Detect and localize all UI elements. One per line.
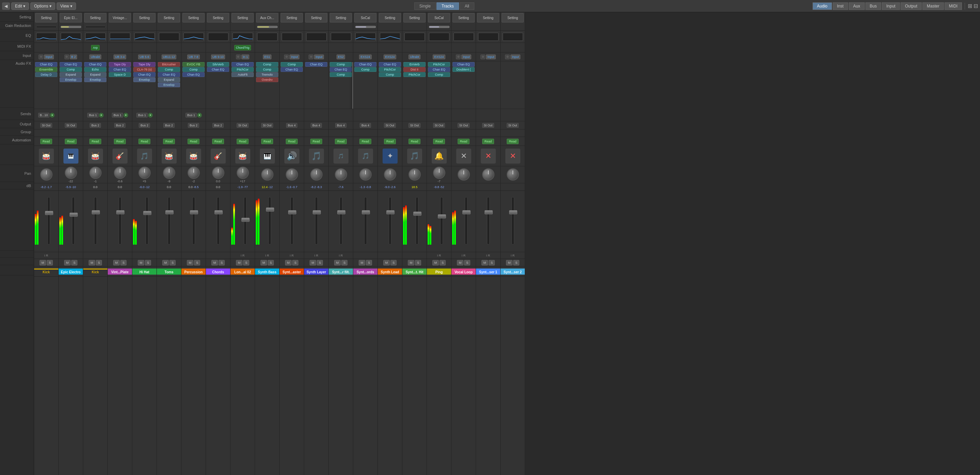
ch10-output[interactable]: St Out [255,121,279,129]
ch13-eq[interactable] [329,31,353,43]
back-button[interactable]: ◀ [2,2,10,10]
ch8-pan[interactable]: 0.0 [206,166,230,183]
ch10-input[interactable]: ES1 [255,52,279,61]
ch11-eq[interactable] [280,31,304,43]
ch10-pan[interactable] [255,166,279,183]
ch4-eq[interactable] [108,31,132,43]
ch5-input[interactable]: UB 5-6 [132,52,156,61]
ch18-auto[interactable]: Read [452,137,476,146]
ch20-eq[interactable] [501,31,525,43]
ch3-auto[interactable]: Read [83,137,107,146]
ch9-fader[interactable] [231,191,255,252]
ch14-fader[interactable] [353,191,377,252]
ch15-fader[interactable] [378,191,402,252]
aux-tab[interactable]: Aux [849,2,865,10]
audio-tab[interactable]: Audio [813,2,832,10]
ch14-output[interactable]: Bus 4 [353,121,377,129]
ch1-pan[interactable] [34,166,58,183]
ch17-output[interactable]: St Out [427,121,451,129]
ch10-auto[interactable]: Read [255,137,279,146]
ch4-fader[interactable] [108,191,132,252]
all-mode-btn[interactable]: All [460,2,474,10]
grid-icon-2[interactable]: ⊟ [974,3,978,9]
ch13-pan[interactable] [329,166,353,183]
ch11-ms[interactable]: MS [280,259,304,267]
ch10-ms[interactable]: MS [255,259,279,267]
ch11-input[interactable]: ⊙ Input [280,52,304,61]
ch9-pan[interactable]: +17 [231,166,255,183]
ch4-setting[interactable]: Vintage... [109,13,131,22]
ch14-input[interactable]: EXS24 [353,52,377,61]
ch7-fader[interactable] [181,191,205,252]
ch19-setting[interactable]: Setting [477,13,499,22]
ch2-input[interactable]: ⊙ B 2 [59,52,83,61]
ch14-auto[interactable]: Read [353,137,377,146]
ch16-input[interactable]: Ultrabt [402,52,426,61]
ch6-eq[interactable] [157,31,181,43]
ch3-pan[interactable]: -1 [83,166,107,183]
ch5-pan[interactable]: +5 [132,166,156,183]
ch2-ms[interactable]: MS [59,259,83,267]
ch12-output[interactable]: Bus 4 [304,121,328,129]
ch2-pan[interactable]: -22 [59,166,83,183]
ch6-pan[interactable]: -9 [157,166,181,183]
input-tab[interactable]: Input [882,2,900,10]
ch5-eq[interactable] [132,31,156,43]
ch2-fader[interactable] [59,191,83,252]
ch16-output[interactable]: St Out [402,121,426,129]
ch9-eq[interactable] [231,31,255,43]
ch1-ms[interactable]: MS [34,259,58,267]
single-mode-btn[interactable]: Single [414,2,436,10]
ch2-output[interactable]: St Out [59,121,83,129]
ch3-input[interactable]: Ultrabt [83,52,107,61]
ch14-ms[interactable]: MS [353,259,377,267]
ch7-eq[interactable] [181,31,205,43]
ch7-output[interactable]: Bus 2 [181,121,205,129]
ch1-output[interactable]: St Out [34,121,58,129]
ch15-auto[interactable]: Read [378,137,402,146]
ch3-output[interactable]: Bus 2 [83,121,107,129]
ch6-output[interactable]: Bus 2 [157,121,181,129]
view-menu[interactable]: View [57,2,76,10]
ch11-fader[interactable] [280,191,304,252]
ch19-input[interactable]: ⊙ Input [476,52,500,61]
ch18-output[interactable]: St Out [452,121,476,129]
ch17-eq[interactable] [427,31,451,43]
ch8-ms[interactable]: MS [206,259,230,267]
ch13-input[interactable]: ES2 [329,52,353,61]
ch17-pan[interactable]: -7 [427,166,451,183]
ch3-ms[interactable]: MS [83,259,107,267]
ch15-output[interactable]: St Out [378,121,402,129]
ch14-pan[interactable] [353,166,377,183]
ch7-pan[interactable]: -2 [181,166,205,183]
ch6-auto[interactable]: Read [157,137,181,146]
ch1-auto[interactable]: Read [34,137,58,146]
ch20-auto[interactable]: Read [501,137,525,146]
grid-icon-1[interactable]: ⊞ [968,3,972,9]
ch13-fader[interactable] [329,191,353,252]
ch17-setting[interactable]: SoCal [428,13,450,22]
ch12-pan[interactable] [304,166,328,183]
ch16-eq[interactable] [402,31,426,43]
ch1-eq[interactable] [34,31,58,43]
ch4-pan[interactable]: -0.6 [108,166,132,183]
ch3-eq[interactable] [83,31,107,43]
ch3-setting[interactable]: Setting [84,13,107,22]
ch12-input[interactable]: ⊙ Input [304,52,328,61]
ch8-fader[interactable] [206,191,230,252]
ch8-auto[interactable]: Read [206,137,230,146]
ch2-auto[interactable]: Read [59,137,83,146]
ch1-fader[interactable] [34,191,58,252]
ch16-setting[interactable]: Setting [403,13,426,22]
ch12-eq[interactable] [304,31,328,43]
ch4-output[interactable]: Bus 2 [108,121,132,129]
ch6-fader[interactable] [157,191,181,252]
ch20-pan[interactable] [501,166,525,183]
bus-tab[interactable]: Bus [865,2,881,10]
master-tab[interactable]: Master [923,2,944,10]
ch13-ms[interactable]: MS [329,259,353,267]
ch18-ms[interactable]: MS [452,259,476,267]
ch12-setting[interactable]: Setting [305,13,327,22]
ch11-auto[interactable]: Read [280,137,304,146]
ch17-ms[interactable]: MS [427,259,451,267]
